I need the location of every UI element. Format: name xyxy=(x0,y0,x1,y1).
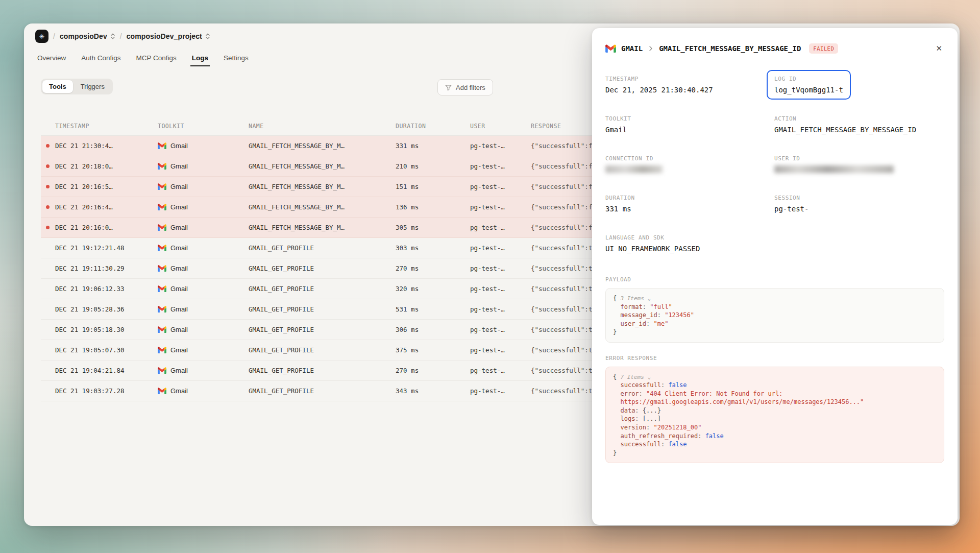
row-toolkit: Gmail xyxy=(170,224,188,231)
row-user: pg-test-… xyxy=(470,346,531,354)
add-filters-button[interactable]: Add filters xyxy=(437,79,493,95)
tab-auth-configs[interactable]: Auth Configs xyxy=(81,53,120,63)
items-collapse-toggle[interactable]: 7 Items ⌄ xyxy=(620,374,651,380)
row-timestamp-cell: DEC 21 19:12:21.48 xyxy=(55,244,158,252)
field-connection-id: CONNECTION ID xyxy=(605,155,774,173)
row-toolkit-cell: Gmail xyxy=(158,346,249,354)
breadcrumb-project[interactable]: composioDev_project xyxy=(127,32,210,40)
field-action: ACTION GMAIL_FETCH_MESSAGE_BY_MESSAGE_ID xyxy=(774,115,944,134)
row-duration: 320 ms xyxy=(396,285,470,293)
row-toolkit-cell: Gmail xyxy=(158,367,249,374)
chevron-updown-icon xyxy=(110,33,115,40)
row-toolkit: Gmail xyxy=(170,387,188,395)
panel-action-title: GMAIL_FETCH_MESSAGE_BY_MESSAGE_ID xyxy=(659,44,801,53)
detail-fields: TIMESTAMP Dec 21, 2025 21:30:40.427 LOG … xyxy=(592,76,958,253)
row-user: pg-test-… xyxy=(470,244,531,252)
org-name: composioDev xyxy=(60,32,107,40)
row-name: GMAIL_GET_PROFILE xyxy=(249,326,396,333)
row-timestamp: DEC 21 19:05:07.30 xyxy=(55,346,124,354)
row-user: pg-test-… xyxy=(470,183,531,190)
user-id-redacted-value xyxy=(774,165,894,173)
row-timestamp: DEC 21 19:06:12.33 xyxy=(55,285,124,293)
items-collapse-toggle[interactable]: 3 Items ⌄ xyxy=(620,295,651,302)
field-value: log_tVqomBgg11-t xyxy=(774,86,843,94)
field-label: LOG ID xyxy=(774,76,843,82)
gmail-icon xyxy=(158,285,166,292)
field-value: pg-test- xyxy=(774,205,944,213)
field-language-sdk: LANGUAGE AND SDK UI NO_FRAMEWORK_PASSED xyxy=(605,234,774,253)
row-toolkit: Gmail xyxy=(170,285,188,293)
composio-logo[interactable]: ✳ xyxy=(35,30,48,43)
log-detail-panel: GMAIL GMAIL_FETCH_MESSAGE_BY_MESSAGE_ID … xyxy=(592,28,958,525)
view-toggle: Tools Triggers xyxy=(41,79,113,94)
gmail-icon xyxy=(158,183,166,190)
row-toolkit: Gmail xyxy=(170,305,188,313)
field-label: TOOLKIT xyxy=(605,115,774,122)
row-toolkit: Gmail xyxy=(170,183,188,190)
row-duration: 303 ms xyxy=(396,244,470,252)
breadcrumb-separator: / xyxy=(120,32,122,40)
row-user: pg-test-… xyxy=(470,162,531,170)
column-duration: DURATION xyxy=(396,123,470,130)
row-duration: 210 ms xyxy=(396,162,470,170)
error-json: { 7 Items ⌄ successfull: false error: "4… xyxy=(605,367,944,463)
toggle-triggers-button[interactable]: Triggers xyxy=(74,80,111,93)
row-toolkit-cell: Gmail xyxy=(158,265,249,272)
chevron-updown-icon xyxy=(205,33,210,40)
field-value: Dec 21, 2025 21:30:40.427 xyxy=(605,86,774,94)
tab-logs[interactable]: Logs xyxy=(192,53,208,63)
row-timestamp-cell: DEC 21 20:16:4… xyxy=(55,203,158,211)
gmail-icon xyxy=(605,44,616,53)
row-toolkit-cell: Gmail xyxy=(158,387,249,395)
field-value: GMAIL_FETCH_MESSAGE_BY_MESSAGE_ID xyxy=(774,126,944,134)
row-timestamp-cell: DEC 21 21:30:4… xyxy=(55,142,158,150)
gmail-icon xyxy=(158,142,166,149)
panel-header: GMAIL GMAIL_FETCH_MESSAGE_BY_MESSAGE_ID … xyxy=(592,28,958,54)
panel-toolkit-name: GMAIL xyxy=(621,44,643,53)
row-toolkit-cell: Gmail xyxy=(158,224,249,231)
row-timestamp: DEC 21 19:04:21.84 xyxy=(55,367,124,374)
field-label: USER ID xyxy=(774,155,944,162)
tab-mcp-configs[interactable]: MCP Configs xyxy=(136,53,177,63)
row-timestamp: DEC 21 21:30:4… xyxy=(55,142,113,150)
row-timestamp-cell: DEC 21 19:03:27.28 xyxy=(55,387,158,395)
gmail-icon xyxy=(158,265,166,272)
row-name: GMAIL_GET_PROFILE xyxy=(249,387,396,395)
row-toolkit: Gmail xyxy=(170,346,188,354)
field-label: SESSION xyxy=(774,195,944,201)
tab-settings[interactable]: Settings xyxy=(224,53,249,63)
row-name: GMAIL_GET_PROFILE xyxy=(249,305,396,313)
row-timestamp: DEC 21 19:05:18.30 xyxy=(55,326,124,333)
field-label: DURATION xyxy=(605,195,774,201)
breadcrumb-separator: / xyxy=(53,32,55,40)
row-timestamp: DEC 21 19:05:28.36 xyxy=(55,305,124,313)
toggle-tools-button[interactable]: Tools xyxy=(42,80,73,93)
gmail-icon xyxy=(158,163,166,170)
breadcrumb-org[interactable]: composioDev xyxy=(60,32,115,40)
row-toolkit-cell: Gmail xyxy=(158,162,249,170)
field-value: 331 ms xyxy=(605,205,774,213)
row-timestamp: DEC 21 19:11:30.29 xyxy=(55,265,124,272)
tab-overview[interactable]: Overview xyxy=(37,53,66,63)
project-name: composioDev_project xyxy=(127,32,202,40)
close-icon[interactable]: ✕ xyxy=(934,42,944,54)
row-timestamp: DEC 21 20:16:5… xyxy=(55,183,113,190)
field-timestamp: TIMESTAMP Dec 21, 2025 21:30:40.427 xyxy=(605,76,774,94)
gmail-icon xyxy=(158,326,166,333)
row-user: pg-test-… xyxy=(470,224,531,231)
row-name: GMAIL_GET_PROFILE xyxy=(249,244,396,252)
column-timestamp: TIMESTAMP xyxy=(55,123,158,130)
row-timestamp-cell: DEC 21 20:16:0… xyxy=(55,224,158,231)
row-name: GMAIL_FETCH_MESSAGE_BY_M… xyxy=(249,203,396,211)
field-duration: DURATION 331 ms xyxy=(605,195,774,213)
row-user: pg-test-… xyxy=(470,142,531,150)
field-label: CONNECTION ID xyxy=(605,155,774,162)
row-duration: 136 ms xyxy=(396,203,470,211)
gmail-icon xyxy=(158,245,166,251)
gmail-icon xyxy=(158,347,166,353)
payload-section: PAYLOAD { 3 Items ⌄ format: "full" messa… xyxy=(592,276,958,343)
row-name: GMAIL_GET_PROFILE xyxy=(249,265,396,272)
row-duration: 531 ms xyxy=(396,305,470,313)
row-duration: 306 ms xyxy=(396,326,470,333)
row-toolkit-cell: Gmail xyxy=(158,326,249,333)
